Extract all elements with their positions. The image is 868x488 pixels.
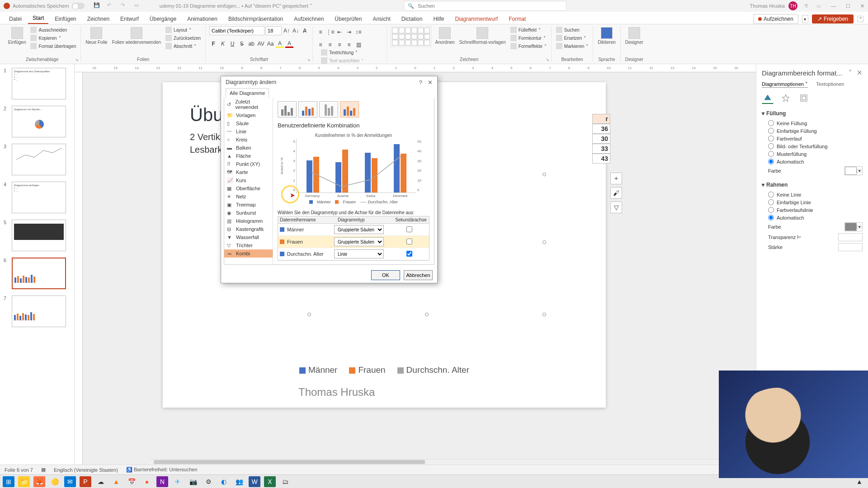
selection-handle[interactable] — [542, 313, 546, 316]
fp-line-solid[interactable]: Einfarbige Linie — [762, 198, 863, 206]
accessibility-icon[interactable]: ♿ Barrierefreiheit: Untersuchen — [126, 467, 198, 473]
slideshow-icon[interactable]: ▭ — [134, 2, 142, 9]
new-slide-button[interactable]: Neue Folie — [85, 26, 108, 46]
font-color-button[interactable]: A — [285, 40, 293, 48]
collapse-ribbon-icon[interactable]: ˅ — [857, 16, 863, 22]
fp-line-gradient[interactable]: Farbverlaufslinie — [762, 206, 863, 214]
numbering-icon[interactable]: ⋮≡ — [326, 28, 334, 36]
strike-button[interactable]: S̶ — [238, 40, 246, 48]
spacing-button[interactable]: AV — [257, 40, 265, 48]
pane-close-icon[interactable]: ✕ — [857, 69, 863, 77]
minimize-icon[interactable]: — — [831, 3, 836, 9]
status-layout-icon[interactable]: ▦ — [41, 467, 46, 473]
chart-styles-button[interactable]: 🖌 — [610, 187, 622, 199]
thumb-4[interactable]: Diagramme einfügen• ...• ... — [12, 182, 66, 213]
ok-button[interactable]: OK — [371, 270, 400, 280]
tab-ueberpruefen[interactable]: Überprüfen — [330, 14, 366, 24]
app-icon[interactable]: ☁ — [95, 476, 107, 487]
fp-fill-solid[interactable]: Einfarbige Füllung — [762, 127, 863, 135]
maximize-icon[interactable]: ☐ — [846, 3, 850, 9]
chart-cat-zuletztverwendet[interactable]: ↺Zuletzt verwendet — [224, 98, 273, 111]
indent-dec-icon[interactable]: ⇤ — [335, 28, 344, 36]
subtype-2[interactable] — [298, 101, 317, 117]
fp-line-auto[interactable]: Automatisch — [762, 214, 863, 221]
ribbon-mode-icon[interactable]: ▭ — [816, 3, 821, 9]
excel-icon[interactable]: X — [264, 476, 276, 487]
chart-cat-kastengrafik[interactable]: ⊟Kastengrafik — [224, 225, 273, 233]
cancel-button[interactable]: Abbrechen — [404, 270, 433, 280]
fp-border-header[interactable]: ▾ Rahmen — [762, 182, 863, 188]
chart-cat-netz[interactable]: ✳Netz — [224, 192, 273, 201]
chart-cat-sunburst[interactable]: ◉Sunburst — [224, 209, 273, 217]
fp-fill-auto[interactable]: Automatisch — [762, 158, 863, 165]
case-button[interactable]: Aa — [266, 40, 274, 48]
chart-cat-kombi[interactable]: ⫘Kombi — [224, 249, 273, 258]
fp-fill-pattern[interactable]: Musterfüllung — [762, 150, 863, 158]
app-icon[interactable]: 📅 — [126, 476, 137, 487]
align-center-icon[interactable]: ≡ — [326, 41, 334, 49]
reuse-slides-button[interactable]: Folien wiederverwenden — [111, 26, 162, 46]
share-mode-caret[interactable]: ▾ — [802, 15, 808, 23]
onenote-icon[interactable]: N — [156, 476, 168, 487]
chart-cat-karte[interactable]: 🗺Karte — [224, 168, 273, 176]
app-icon[interactable]: ● — [141, 476, 153, 487]
search-box[interactable]: 🔍 — [404, 1, 566, 11]
chrome-icon[interactable]: 🟡 — [49, 476, 61, 487]
chart-cat-kreis[interactable]: ○Kreis — [224, 136, 273, 144]
layout-button[interactable]: Layout ˅ — [165, 26, 202, 33]
text-direction-button[interactable]: Textrichtung ˅ — [320, 49, 383, 56]
thumb-2[interactable]: Diagramm mit Säulen... — [12, 106, 66, 137]
align-text-button[interactable]: Text ausrichten ˅ — [320, 57, 383, 64]
underline-button[interactable]: U — [228, 40, 236, 48]
chart-cat-histogramm[interactable]: ▥Histogramm — [224, 217, 273, 225]
tab-aufzeichnen[interactable]: Aufzeichnen — [289, 14, 328, 24]
close-icon[interactable]: ✕ — [860, 3, 864, 9]
fp-effects-icon[interactable] — [780, 92, 792, 104]
chart-cat-kurs[interactable]: 📈Kurs — [224, 176, 273, 184]
dialog-titlebar[interactable]: Diagrammtyp ändern ?✕ — [221, 76, 437, 88]
fp-width-input[interactable] — [838, 243, 863, 251]
shadow-button[interactable]: ab — [247, 40, 255, 48]
launcher-icon[interactable]: ↘ — [307, 57, 311, 62]
fp-size-icon[interactable] — [798, 92, 810, 104]
thumb-1[interactable]: Diagramme aus Datenquellen• ...• ...• ..… — [12, 68, 66, 99]
record-button[interactable]: Aufzeichnen — [753, 14, 798, 24]
bold-button[interactable]: F — [209, 40, 217, 48]
redo-icon[interactable]: ↷ — [121, 2, 128, 9]
shrink-font-icon[interactable]: A↓ — [292, 27, 300, 35]
thumb-6[interactable] — [12, 258, 66, 289]
fp-fill-color-picker[interactable]: ▾ — [844, 166, 863, 175]
dialog-tab-all[interactable]: Alle Diagramme — [226, 88, 269, 98]
tab-animationen[interactable]: Animationen — [183, 14, 222, 24]
firefox-icon[interactable]: 🦊 — [33, 476, 45, 487]
arrange-button[interactable]: Anordnen — [434, 26, 455, 46]
designer-button[interactable]: Designer — [624, 26, 644, 46]
subtype-3[interactable] — [319, 101, 338, 117]
explorer-icon[interactable]: 📁 — [18, 476, 30, 487]
document-name[interactable]: udemy 01-19 Diagramme einfügen... • Auf … — [160, 3, 312, 9]
section-button[interactable]: Abschnitt ˅ — [165, 42, 202, 50]
telegram-icon[interactable]: ✈ — [172, 476, 184, 487]
cut-button[interactable]: Ausschneiden — [29, 26, 77, 33]
copy-button[interactable]: Kopieren ˅ — [29, 34, 77, 42]
powerpoint-icon[interactable]: P — [80, 476, 91, 487]
replace-button[interactable]: Ersetzen ˅ — [555, 34, 589, 42]
fp-tab-text-options[interactable]: Textoptionen — [816, 81, 844, 88]
clear-format-icon[interactable]: A̷ — [301, 27, 309, 35]
status-language[interactable]: Englisch (Vereinigte Staaten) — [54, 467, 118, 473]
slide-thumbnails[interactable]: 1Diagramme aus Datenquellen• ...• ...• .… — [0, 64, 75, 465]
autosave-toggle[interactable]: Automatisches Speichern — [4, 3, 85, 9]
tab-datei[interactable]: Datei — [5, 14, 26, 24]
format-painter-button[interactable]: Format übertragen — [29, 42, 77, 50]
tab-ansicht[interactable]: Ansicht — [368, 14, 395, 24]
chart-filter-button[interactable]: ▽ — [610, 202, 622, 213]
selection-handle[interactable] — [542, 240, 546, 244]
scrollbar-thumb[interactable] — [154, 460, 425, 464]
dictate-button[interactable]: Diktieren — [597, 26, 616, 46]
outlook-icon[interactable]: ✉ — [64, 476, 76, 487]
fp-tab-chart-options[interactable]: Diagrammoptionen ˅ — [762, 81, 808, 88]
vlc-icon[interactable]: ▲ — [110, 476, 122, 487]
launcher-icon[interactable]: ↘ — [75, 57, 79, 62]
fp-fill-picture[interactable]: Bild- oder Texturfüllung — [762, 142, 863, 150]
tab-format[interactable]: Format — [504, 14, 530, 24]
